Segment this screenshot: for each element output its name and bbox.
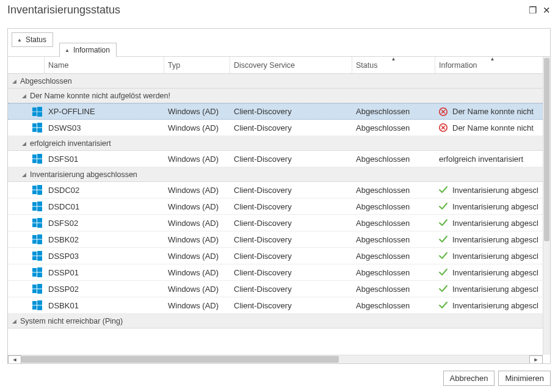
cell-typ: Windows (AD) xyxy=(164,202,230,211)
cell-typ: Windows (AD) xyxy=(164,252,230,261)
group-row[interactable]: ◢Der Name konnte nicht aufgelöst werden! xyxy=(8,89,543,103)
cell-name: DSFS01 xyxy=(45,154,164,164)
window-controls: ❐ ✕ xyxy=(529,5,551,15)
group-row[interactable]: ◢Abgeschlossen xyxy=(8,74,543,89)
check-icon xyxy=(439,219,447,227)
table-row[interactable]: DSSP02Windows (AD)Client-DiscoveryAbgesc… xyxy=(8,281,543,297)
expand-icon: ◢ xyxy=(10,78,18,84)
error-icon xyxy=(439,123,447,132)
cell-discovery: Client-Discovery xyxy=(230,235,352,244)
table-row[interactable]: DSFS01Windows (AD)Client-DiscoveryAbgesc… xyxy=(8,151,543,167)
scroll-right-button[interactable]: ► xyxy=(529,355,543,364)
cell-information: Inventarisierung abgescl xyxy=(435,252,543,261)
check-icon xyxy=(439,285,447,293)
group-tab-label: Information xyxy=(73,46,110,54)
group-row[interactable]: ◢erfolgreich inventarisiert xyxy=(8,136,543,151)
cell-information: Der Name konnte nicht xyxy=(435,107,543,116)
cell-status: Abgeschlossen xyxy=(352,235,435,244)
sort-asc-icon: ▲ xyxy=(391,57,396,62)
column-information[interactable]: ▲Information xyxy=(435,57,550,73)
column-discovery[interactable]: Discovery Service xyxy=(230,57,352,73)
windows-icon xyxy=(32,267,42,277)
table-row[interactable]: DSSP01Windows (AD)Client-DiscoveryAbgesc… xyxy=(8,264,543,281)
windows-icon xyxy=(32,201,42,211)
cell-name: DSDC02 xyxy=(45,186,164,195)
cell-discovery: Client-Discovery xyxy=(230,285,352,294)
scroll-left-button[interactable]: ◄ xyxy=(8,355,21,364)
table-row[interactable]: DSDC01Windows (AD)Client-DiscoveryAbgesc… xyxy=(8,198,543,215)
cell-status: Abgeschlossen xyxy=(352,301,435,310)
cell-information: Inventarisierung abgescl xyxy=(435,268,543,277)
cell-typ: Windows (AD) xyxy=(164,285,230,294)
cell-typ: Windows (AD) xyxy=(164,301,230,310)
window-title: Inventarisierungsstatus xyxy=(7,4,120,16)
check-icon xyxy=(439,202,447,211)
cell-typ: Windows (AD) xyxy=(164,123,230,132)
group-tab-label: Status xyxy=(26,35,46,44)
cell-status: Abgeschlossen xyxy=(352,285,435,294)
windows-icon xyxy=(32,300,42,310)
group-tab-status[interactable]: ▲ Status xyxy=(12,32,53,47)
column-status[interactable]: ▲Status xyxy=(352,57,435,73)
group-row[interactable]: ◢Inventarisierung abgeschlossen xyxy=(8,167,543,182)
windows-icon xyxy=(32,123,42,132)
group-tab-information[interactable]: ▲ Information xyxy=(59,43,117,57)
cell-status: Abgeschlossen xyxy=(352,154,435,164)
scroll-track[interactable] xyxy=(21,355,529,363)
maximize-icon[interactable]: ❐ xyxy=(529,5,537,15)
windows-icon xyxy=(32,251,42,261)
cell-typ: Windows (AD) xyxy=(164,154,230,164)
windows-icon xyxy=(32,284,42,294)
cell-information: Inventarisierung abgescl xyxy=(435,235,543,244)
vertical-scrollbar[interactable] xyxy=(543,57,550,355)
column-typ[interactable]: Typ xyxy=(164,57,230,73)
column-expander[interactable] xyxy=(8,57,45,73)
cell-information: erfolgreich inventarisiert xyxy=(435,154,543,164)
cell-discovery: Client-Discovery xyxy=(230,301,352,310)
close-icon[interactable]: ✕ xyxy=(543,5,551,15)
scroll-thumb[interactable] xyxy=(544,58,549,241)
chevron-up-icon: ▲ xyxy=(65,48,70,53)
cell-typ: Windows (AD) xyxy=(164,186,230,195)
chevron-up-icon: ▲ xyxy=(17,37,22,43)
minimize-button[interactable]: Minimieren xyxy=(498,371,551,386)
cell-discovery: Client-Discovery xyxy=(230,107,352,116)
table-row[interactable]: XP-OFFLINEWindows (AD)Client-DiscoveryAb… xyxy=(8,103,543,120)
cell-status: Abgeschlossen xyxy=(352,252,435,261)
titlebar: Inventarisierungsstatus ❐ ✕ xyxy=(0,0,558,19)
table-row[interactable]: DSSP03Windows (AD)Client-DiscoveryAbgesc… xyxy=(8,248,543,264)
expand-icon: ◢ xyxy=(20,140,27,147)
table-row[interactable]: DSFS02Windows (AD)Client-DiscoveryAbgesc… xyxy=(8,215,543,231)
cell-typ: Windows (AD) xyxy=(164,235,230,244)
cell-name: XP-OFFLINE xyxy=(45,107,164,116)
table-row[interactable]: DSDC02Windows (AD)Client-DiscoveryAbgesc… xyxy=(8,182,543,198)
cancel-button[interactable]: Abbrechen xyxy=(443,371,495,386)
scroll-thumb[interactable] xyxy=(21,356,339,363)
cell-status: Abgeschlossen xyxy=(352,202,435,211)
table-row[interactable]: DSBK02Windows (AD)Client-DiscoveryAbgesc… xyxy=(8,231,543,248)
cell-information: Inventarisierung abgescl xyxy=(435,219,543,228)
cell-discovery: Client-Discovery xyxy=(230,252,352,261)
cell-information: Der Name konnte nicht xyxy=(435,123,543,132)
cell-discovery: Client-Discovery xyxy=(230,268,352,277)
group-label: erfolgreich inventarisiert xyxy=(30,139,111,148)
check-icon xyxy=(439,252,447,260)
horizontal-scrollbar[interactable]: ◄ ► xyxy=(8,355,543,363)
group-row[interactable]: ◢System nicht erreichbar (Ping) xyxy=(8,314,543,328)
cell-discovery: Client-Discovery xyxy=(230,202,352,211)
cell-discovery: Client-Discovery xyxy=(230,154,352,164)
cell-typ: Windows (AD) xyxy=(164,219,230,228)
cell-name: DSSP03 xyxy=(45,252,164,261)
cell-information: Inventarisierung abgescl xyxy=(435,186,543,195)
windows-icon xyxy=(32,218,42,228)
table-row[interactable]: DSBK01Windows (AD)Client-DiscoveryAbgesc… xyxy=(8,297,543,314)
cell-information: Inventarisierung abgescl xyxy=(435,202,543,211)
table-row[interactable]: DSWS03Windows (AD)Client-DiscoveryAbgesc… xyxy=(8,120,543,136)
expand-icon: ◢ xyxy=(20,93,27,99)
column-name[interactable]: Name xyxy=(45,57,164,73)
expand-icon: ◢ xyxy=(20,172,27,178)
cell-status: Abgeschlossen xyxy=(352,123,435,132)
windows-icon xyxy=(32,154,42,164)
group-label: Abgeschlossen xyxy=(20,77,72,85)
cell-name: DSSP01 xyxy=(45,268,164,277)
